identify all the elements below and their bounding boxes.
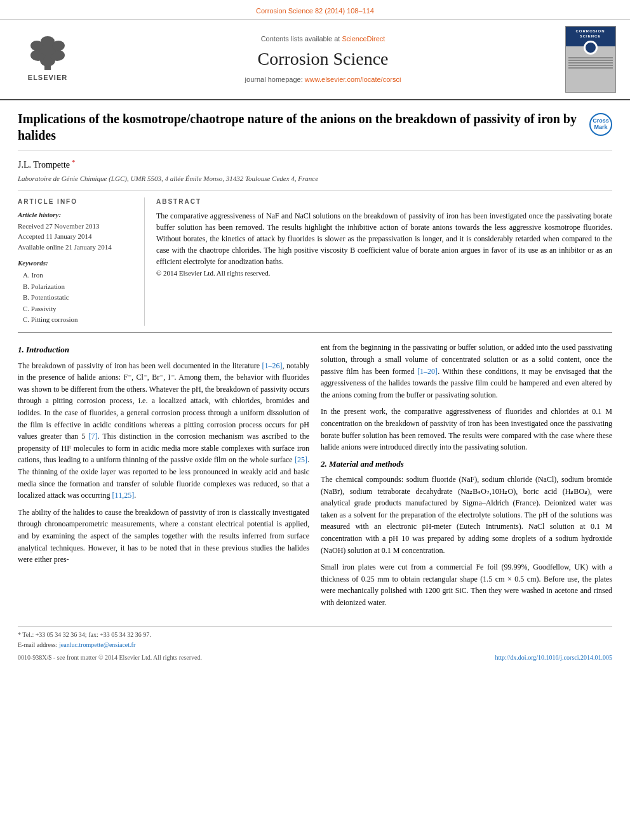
author-name: J.L. Trompette bbox=[18, 161, 70, 170]
citation-11-25[interactable]: [11,25] bbox=[112, 491, 135, 500]
footnote-email-link[interactable]: jeanluc.trompette@ensiacet.fr bbox=[59, 641, 135, 648]
keyword-bullet: A. Iron bbox=[23, 271, 43, 279]
elsevier-logo: ELSEVIER bbox=[13, 26, 83, 93]
citation-1-26[interactable]: [1–26] bbox=[262, 361, 283, 370]
crossmark-icon[interactable]: CrossMark bbox=[589, 113, 612, 136]
footer-section: * Tel.: +33 05 34 32 36 34; fax: +33 05 … bbox=[18, 626, 612, 662]
footer-doi-link[interactable]: http://dx.doi.org/10.1016/j.corsci.2014.… bbox=[495, 653, 612, 662]
journal-title: Corrosion Science bbox=[257, 46, 388, 71]
journal-homepage: journal homepage: www.elsevier.com/locat… bbox=[245, 75, 401, 84]
article-history-label: Article history: bbox=[18, 210, 138, 220]
cover-line bbox=[568, 67, 613, 69]
received-date: Received 27 November 2013 bbox=[18, 222, 138, 231]
available-date: Available online 21 January 2014 bbox=[18, 243, 138, 252]
svg-point-7 bbox=[41, 36, 55, 46]
two-col-info-abstract: ARTICLE INFO Article history: Received 2… bbox=[18, 190, 612, 326]
methods-heading: 2. Material and methods bbox=[321, 458, 612, 470]
citation-7[interactable]: [7] bbox=[88, 432, 97, 441]
methods-para-1: The chemical compounds: sodium fluoride … bbox=[321, 474, 612, 556]
article-title-section: Implications of the kosmotrope/chaotrope… bbox=[18, 110, 612, 150]
footnote-email-line: E-mail address: jeanluc.trompette@ensiac… bbox=[18, 641, 612, 650]
abstract-col: ABSTRACT The comparative aggressiveness … bbox=[156, 197, 612, 326]
cover-circle-inner bbox=[586, 43, 596, 53]
body-left-col: 1. Introduction The breakdown of passivi… bbox=[18, 342, 309, 613]
page: Corrosion Science 82 (2014) 108–114 ELSE… bbox=[0, 0, 630, 840]
sciencedirect-line: Contents lists available at ScienceDirec… bbox=[261, 34, 385, 44]
top-bar: Corrosion Science 82 (2014) 108–114 bbox=[0, 0, 630, 20]
keyword-3: B. Potentiostatic bbox=[18, 293, 138, 302]
elsevier-label: ELSEVIER bbox=[28, 73, 67, 83]
keyword-4: C. Passivity bbox=[18, 304, 138, 314]
keywords-label: Keywords: bbox=[18, 258, 138, 268]
keyword-5: C. Pitting corrosion bbox=[18, 315, 138, 324]
keyword-2: B. Polarization bbox=[18, 282, 138, 291]
cover-image: CORROSIONSCIENCE bbox=[563, 26, 617, 93]
intro-para-2: The ability of the halides to cause the … bbox=[18, 507, 309, 566]
footnote-contact: * Tel.: +33 05 34 32 36 34; fax: +33 05 … bbox=[18, 630, 612, 639]
keyword-1: A. Iron bbox=[18, 270, 138, 280]
article-title: Implications of the kosmotrope/chaotrope… bbox=[18, 110, 584, 143]
abstract-label: ABSTRACT bbox=[156, 197, 612, 206]
intro-para-1: The breakdown of passivity of iron has b… bbox=[18, 360, 309, 502]
citation-25[interactable]: [25] bbox=[295, 455, 307, 464]
abstract-rights: © 2014 Elsevier Ltd. All rights reserved… bbox=[156, 269, 270, 277]
intro-para-4: In the present work, the comparative agg… bbox=[321, 406, 612, 453]
elsevier-tree-icon bbox=[25, 36, 70, 71]
cover-line bbox=[568, 57, 613, 58]
methods-para-2: Small iron plates were cut from a commer… bbox=[321, 561, 612, 608]
author-section: J.L. Trompette * bbox=[18, 158, 612, 171]
keyword-bullet: C. Pitting corrosion bbox=[23, 316, 77, 323]
keyword-bullet: B. Potentiostatic bbox=[23, 293, 69, 301]
keyword-bullet: C. Passivity bbox=[23, 305, 57, 312]
abstract-body: The comparative aggressiveness of NaF an… bbox=[156, 211, 612, 266]
keywords-section: Keywords: A. Iron B. Polarization B. Pot… bbox=[18, 258, 138, 324]
footnote-email-label: E-mail address: bbox=[18, 641, 57, 648]
abstract-text: The comparative aggressiveness of NaF an… bbox=[156, 210, 612, 279]
main-content: Implications of the kosmotrope/chaotrope… bbox=[0, 100, 630, 669]
cover-circle bbox=[584, 41, 598, 55]
cover-top-text: CORROSIONSCIENCE bbox=[575, 29, 605, 39]
article-info-label: ARTICLE INFO bbox=[18, 197, 138, 206]
author-affiliation: Laboratoire de Génie Chimique (LGC), UMR… bbox=[18, 174, 612, 183]
sciencedirect-link[interactable]: ScienceDirect bbox=[342, 35, 385, 43]
intro-para-3: ent from the beginning in the passivatin… bbox=[321, 342, 612, 401]
homepage-link[interactable]: www.elsevier.com/locate/corsci bbox=[305, 76, 401, 83]
journal-center: Contents lists available at ScienceDirec… bbox=[83, 26, 563, 93]
body-right-col: ent from the beginning in the passivatin… bbox=[321, 342, 612, 613]
footer-bottom: 0010-938X/$ - see front matter © 2014 El… bbox=[18, 653, 612, 662]
cover-line bbox=[568, 60, 613, 61]
cover-line bbox=[568, 62, 613, 63]
journal-ref: Corrosion Science 82 (2014) 108–114 bbox=[256, 7, 374, 15]
homepage-text: journal homepage: bbox=[245, 76, 305, 83]
cover-box: CORROSIONSCIENCE bbox=[565, 26, 616, 93]
header-section: ELSEVIER Contents lists available at Sci… bbox=[0, 20, 630, 100]
section-divider bbox=[18, 332, 612, 333]
citation-1-20[interactable]: [1–20] bbox=[417, 367, 438, 376]
article-info-col: ARTICLE INFO Article history: Received 2… bbox=[18, 197, 145, 326]
keyword-bullet: B. Polarization bbox=[23, 283, 65, 290]
footer-copyright: 0010-938X/$ - see front matter © 2014 El… bbox=[18, 653, 202, 662]
sciencedirect-text: Contents lists available at bbox=[261, 35, 340, 43]
accepted-date: Accepted 11 January 2014 bbox=[18, 232, 138, 241]
body-section: 1. Introduction The breakdown of passivi… bbox=[18, 342, 612, 613]
author-asterisk: * bbox=[72, 159, 75, 166]
cover-line bbox=[568, 65, 613, 66]
crossmark-badge[interactable]: CrossMark bbox=[584, 110, 612, 136]
intro-heading: 1. Introduction bbox=[18, 344, 309, 356]
cover-lines bbox=[568, 57, 613, 70]
